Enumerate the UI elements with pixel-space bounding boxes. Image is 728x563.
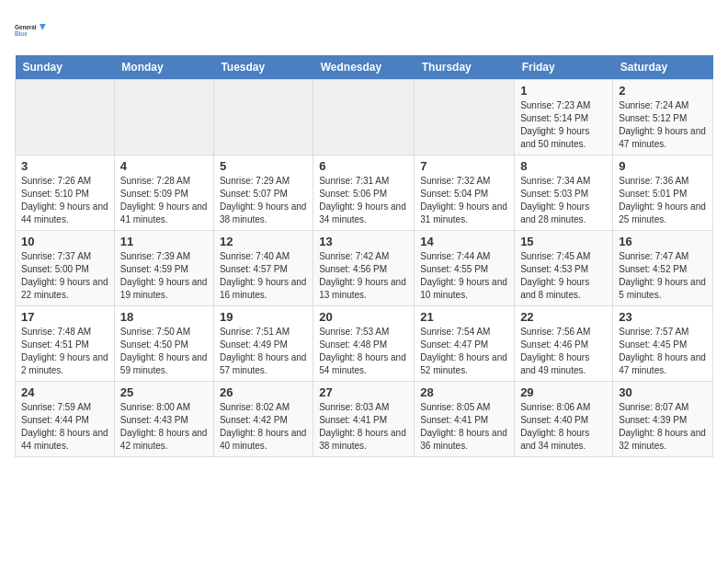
- calendar-cell: 27Sunrise: 8:03 AMSunset: 4:41 PMDayligh…: [313, 382, 415, 457]
- calendar-cell: 20Sunrise: 7:53 AMSunset: 4:48 PMDayligh…: [313, 306, 415, 382]
- calendar-cell: 30Sunrise: 8:07 AMSunset: 4:39 PMDayligh…: [613, 382, 713, 457]
- day-number: 29: [520, 385, 607, 399]
- day-info: Sunrise: 7:32 AMSunset: 5:04 PMDaylight:…: [420, 175, 508, 226]
- day-number: 5: [220, 159, 307, 173]
- day-info: Sunrise: 7:29 AMSunset: 5:07 PMDaylight:…: [220, 175, 307, 226]
- calendar-cell: [114, 80, 213, 155]
- day-info: Sunrise: 7:57 AMSunset: 4:45 PMDaylight:…: [619, 326, 707, 377]
- calendar-cell: 23Sunrise: 7:57 AMSunset: 4:45 PMDayligh…: [613, 306, 713, 382]
- day-info: Sunrise: 7:48 AMSunset: 4:51 PMDaylight:…: [21, 326, 108, 377]
- calendar-cell: 6Sunrise: 7:31 AMSunset: 5:06 PMDaylight…: [313, 155, 415, 231]
- day-number: 9: [619, 159, 707, 173]
- day-info: Sunrise: 7:44 AMSunset: 4:55 PMDaylight:…: [420, 250, 508, 302]
- calendar-cell: 5Sunrise: 7:29 AMSunset: 5:07 PMDaylight…: [213, 155, 313, 231]
- header-day-saturday: Saturday: [613, 55, 713, 80]
- calendar-week-0: 1Sunrise: 7:23 AMSunset: 5:14 PMDaylight…: [16, 80, 713, 155]
- svg-marker-2: [40, 24, 46, 30]
- day-info: Sunrise: 8:03 AMSunset: 4:41 PMDaylight:…: [319, 401, 408, 453]
- calendar-cell: 22Sunrise: 7:56 AMSunset: 4:46 PMDayligh…: [515, 306, 613, 382]
- calendar-week-2: 10Sunrise: 7:37 AMSunset: 5:00 PMDayligh…: [16, 231, 713, 306]
- header-day-sunday: Sunday: [16, 55, 115, 80]
- header-day-friday: Friday: [515, 55, 613, 80]
- day-info: Sunrise: 8:07 AMSunset: 4:39 PMDaylight:…: [619, 401, 707, 453]
- header-row: SundayMondayTuesdayWednesdayThursdayFrid…: [16, 55, 713, 80]
- day-number: 28: [420, 385, 508, 399]
- calendar-cell: 9Sunrise: 7:36 AMSunset: 5:01 PMDaylight…: [613, 155, 713, 231]
- calendar-cell: 28Sunrise: 8:05 AMSunset: 4:41 PMDayligh…: [415, 382, 515, 457]
- day-info: Sunrise: 7:37 AMSunset: 5:00 PMDaylight:…: [21, 250, 108, 302]
- header-day-monday: Monday: [114, 55, 213, 80]
- calendar-week-3: 17Sunrise: 7:48 AMSunset: 4:51 PMDayligh…: [16, 306, 713, 382]
- day-info: Sunrise: 7:34 AMSunset: 5:03 PMDaylight:…: [520, 175, 607, 226]
- calendar-cell: 18Sunrise: 7:50 AMSunset: 4:50 PMDayligh…: [114, 306, 213, 382]
- day-info: Sunrise: 7:59 AMSunset: 4:44 PMDaylight:…: [21, 401, 108, 453]
- day-info: Sunrise: 7:42 AMSunset: 4:56 PMDaylight:…: [319, 250, 408, 302]
- day-number: 12: [220, 235, 307, 248]
- calendar-cell: 7Sunrise: 7:32 AMSunset: 5:04 PMDaylight…: [415, 155, 515, 231]
- day-info: Sunrise: 7:47 AMSunset: 4:52 PMDaylight:…: [619, 250, 707, 302]
- calendar-cell: 17Sunrise: 7:48 AMSunset: 4:51 PMDayligh…: [16, 306, 115, 382]
- day-info: Sunrise: 8:06 AMSunset: 4:40 PMDaylight:…: [520, 401, 607, 453]
- day-number: 1: [520, 84, 607, 98]
- day-info: Sunrise: 7:28 AMSunset: 5:09 PMDaylight:…: [120, 175, 208, 226]
- day-number: 27: [319, 385, 408, 399]
- day-number: 30: [619, 385, 707, 399]
- day-info: Sunrise: 7:50 AMSunset: 4:50 PMDaylight:…: [120, 326, 208, 377]
- calendar-cell: 4Sunrise: 7:28 AMSunset: 5:09 PMDaylight…: [114, 155, 213, 231]
- day-number: 3: [21, 159, 108, 173]
- day-info: Sunrise: 7:45 AMSunset: 4:53 PMDaylight:…: [520, 250, 607, 302]
- day-number: 26: [220, 385, 307, 399]
- day-info: Sunrise: 8:00 AMSunset: 4:43 PMDaylight:…: [120, 401, 208, 453]
- calendar-cell: 25Sunrise: 8:00 AMSunset: 4:43 PMDayligh…: [114, 382, 213, 457]
- calendar-cell: 10Sunrise: 7:37 AMSunset: 5:00 PMDayligh…: [16, 231, 115, 306]
- day-number: 8: [520, 159, 607, 173]
- day-number: 20: [319, 310, 408, 324]
- calendar-cell: 12Sunrise: 7:40 AMSunset: 4:57 PMDayligh…: [213, 231, 313, 306]
- calendar-cell: 11Sunrise: 7:39 AMSunset: 4:59 PMDayligh…: [114, 231, 213, 306]
- calendar-cell: 2Sunrise: 7:24 AMSunset: 5:12 PMDaylight…: [613, 80, 713, 155]
- day-number: 23: [619, 310, 707, 324]
- day-number: 21: [420, 310, 508, 324]
- day-number: 24: [21, 385, 108, 399]
- calendar-cell: 24Sunrise: 7:59 AMSunset: 4:44 PMDayligh…: [16, 382, 115, 457]
- day-number: 25: [120, 385, 208, 399]
- day-number: 7: [420, 159, 508, 173]
- calendar-cell: 3Sunrise: 7:26 AMSunset: 5:10 PMDaylight…: [16, 155, 115, 231]
- day-info: Sunrise: 7:53 AMSunset: 4:48 PMDaylight:…: [319, 326, 408, 377]
- calendar-cell: [415, 80, 515, 155]
- day-info: Sunrise: 7:40 AMSunset: 4:57 PMDaylight:…: [220, 250, 307, 302]
- day-number: 4: [120, 159, 208, 173]
- calendar-cell: 16Sunrise: 7:47 AMSunset: 4:52 PMDayligh…: [613, 231, 713, 306]
- calendar-cell: [313, 80, 415, 155]
- calendar-body: 1Sunrise: 7:23 AMSunset: 5:14 PMDaylight…: [16, 80, 713, 457]
- header-day-thursday: Thursday: [415, 55, 515, 80]
- day-info: Sunrise: 7:31 AMSunset: 5:06 PMDaylight:…: [319, 175, 408, 226]
- day-number: 14: [420, 235, 508, 248]
- day-number: 2: [619, 84, 707, 98]
- logo-icon: GeneralBlue: [15, 15, 48, 48]
- day-number: 11: [120, 235, 208, 248]
- day-number: 13: [319, 235, 408, 248]
- calendar-week-4: 24Sunrise: 7:59 AMSunset: 4:44 PMDayligh…: [16, 382, 713, 457]
- header-day-wednesday: Wednesday: [313, 55, 415, 80]
- calendar-cell: 1Sunrise: 7:23 AMSunset: 5:14 PMDaylight…: [515, 80, 613, 155]
- day-number: 16: [619, 235, 707, 248]
- day-number: 17: [21, 310, 108, 324]
- day-info: Sunrise: 7:54 AMSunset: 4:47 PMDaylight:…: [420, 326, 508, 377]
- day-number: 15: [520, 235, 607, 248]
- day-info: Sunrise: 7:39 AMSunset: 4:59 PMDaylight:…: [120, 250, 208, 302]
- day-number: 19: [220, 310, 307, 324]
- day-number: 6: [319, 159, 408, 173]
- day-info: Sunrise: 7:24 AMSunset: 5:12 PMDaylight:…: [619, 99, 707, 151]
- calendar-cell: 21Sunrise: 7:54 AMSunset: 4:47 PMDayligh…: [415, 306, 515, 382]
- day-info: Sunrise: 7:23 AMSunset: 5:14 PMDaylight:…: [520, 99, 607, 151]
- day-info: Sunrise: 7:51 AMSunset: 4:49 PMDaylight:…: [220, 326, 307, 377]
- calendar-cell: [213, 80, 313, 155]
- svg-text:Blue: Blue: [15, 30, 28, 37]
- day-info: Sunrise: 8:05 AMSunset: 4:41 PMDaylight:…: [420, 401, 508, 453]
- calendar-cell: 15Sunrise: 7:45 AMSunset: 4:53 PMDayligh…: [515, 231, 613, 306]
- day-info: Sunrise: 7:36 AMSunset: 5:01 PMDaylight:…: [619, 175, 707, 226]
- page-header: GeneralBlue: [15, 15, 713, 48]
- calendar-table: SundayMondayTuesdayWednesdayThursdayFrid…: [15, 55, 713, 457]
- day-number: 18: [120, 310, 208, 324]
